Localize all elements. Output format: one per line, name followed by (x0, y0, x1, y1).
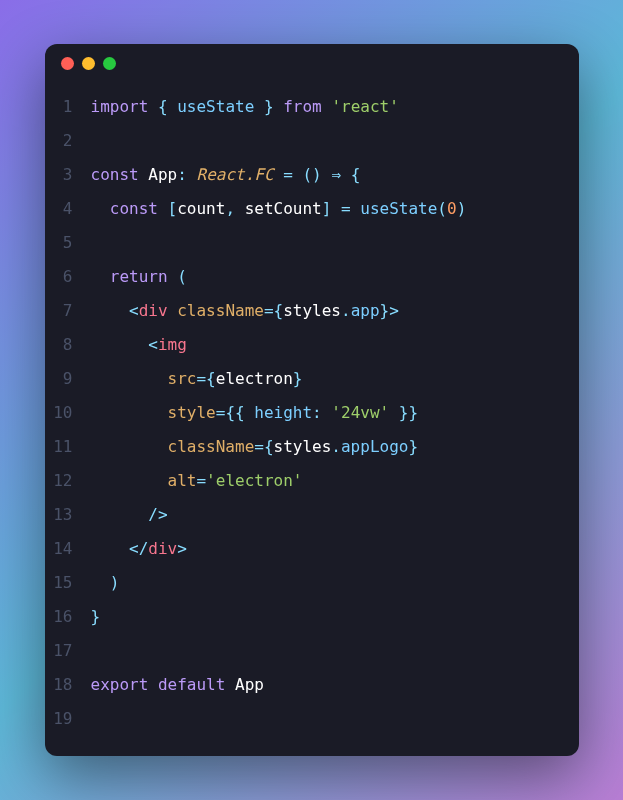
code-window: 1import { useState } from 'react'23const… (45, 44, 579, 756)
token: { (264, 437, 274, 456)
code-content[interactable]: ) (91, 566, 579, 600)
code-content[interactable]: import { useState } from 'react' (91, 90, 579, 124)
token (168, 301, 178, 320)
code-line[interactable]: 18export default App (45, 668, 579, 702)
token (91, 505, 149, 524)
code-content[interactable]: </div> (91, 532, 579, 566)
token: = (283, 165, 293, 184)
token (351, 199, 361, 218)
token (91, 573, 110, 592)
code-content[interactable]: return ( (91, 260, 579, 294)
token: ( (177, 267, 187, 286)
token (91, 199, 110, 218)
code-line[interactable]: 17 (45, 634, 579, 668)
code-content[interactable]: <img (91, 328, 579, 362)
line-number: 7 (45, 294, 91, 328)
code-line[interactable]: 7 <div className={styles.app}> (45, 294, 579, 328)
code-line[interactable]: 12 alt='electron' (45, 464, 579, 498)
line-number: 11 (45, 430, 91, 464)
line-number: 2 (45, 124, 91, 158)
code-content[interactable]: style={{ height: '24vw' }} (91, 396, 579, 430)
token (91, 369, 168, 388)
code-content[interactable]: const App: React.FC = () ⇒ { (91, 158, 579, 192)
token (148, 97, 158, 116)
token (341, 165, 351, 184)
code-content[interactable]: className={styles.appLogo} (91, 430, 579, 464)
code-line[interactable]: 8 <img (45, 328, 579, 362)
token (91, 539, 130, 558)
token: React.FC (197, 165, 274, 184)
token (274, 165, 284, 184)
code-editor[interactable]: 1import { useState } from 'react'23const… (45, 82, 579, 756)
code-line[interactable]: 6 return ( (45, 260, 579, 294)
token (331, 199, 341, 218)
token (168, 97, 178, 116)
code-content[interactable]: <div className={styles.app}> (91, 294, 579, 328)
token: </ (129, 539, 148, 558)
code-line[interactable]: 10 style={{ height: '24vw' }} (45, 396, 579, 430)
token: ⇒ (331, 165, 341, 184)
token: () (302, 165, 321, 184)
line-number: 9 (45, 362, 91, 396)
token (91, 267, 110, 286)
code-line[interactable]: 9 src={electron} (45, 362, 579, 396)
token: = (341, 199, 351, 218)
code-line[interactable]: 3const App: React.FC = () ⇒ { (45, 158, 579, 192)
token: from (283, 97, 322, 116)
code-line[interactable]: 2 (45, 124, 579, 158)
token: { (274, 301, 284, 320)
maximize-icon[interactable] (103, 57, 116, 70)
token: src (168, 369, 197, 388)
token (91, 335, 149, 354)
token: const (91, 165, 139, 184)
code-line[interactable]: 11 className={styles.appLogo} (45, 430, 579, 464)
token: alt (168, 471, 197, 490)
code-content[interactable]: /> (91, 498, 579, 532)
code-line[interactable]: 14 </div> (45, 532, 579, 566)
token: { (351, 165, 361, 184)
token (168, 267, 178, 286)
code-content[interactable]: const [count, setCount] = useState(0) (91, 192, 579, 226)
code-content[interactable]: export default App (91, 668, 579, 702)
code-line[interactable]: 4 const [count, setCount] = useState(0) (45, 192, 579, 226)
minimize-icon[interactable] (82, 57, 95, 70)
token: } (264, 97, 274, 116)
code-line[interactable]: 16} (45, 600, 579, 634)
code-line[interactable]: 5 (45, 226, 579, 260)
line-number: 8 (45, 328, 91, 362)
code-line[interactable]: 19 (45, 702, 579, 736)
token: . (331, 437, 341, 456)
token: app (351, 301, 380, 320)
token: 'react' (331, 97, 398, 116)
token: } (380, 301, 390, 320)
window-titlebar (45, 44, 579, 82)
token: div (139, 301, 168, 320)
token: ) (110, 573, 120, 592)
token: < (148, 335, 158, 354)
code-content[interactable]: src={electron} (91, 362, 579, 396)
line-number: 19 (45, 702, 91, 736)
token (139, 165, 149, 184)
line-number: 13 (45, 498, 91, 532)
token: > (177, 539, 187, 558)
token (235, 199, 245, 218)
token: export (91, 675, 149, 694)
token: ( (437, 199, 447, 218)
token: ] (322, 199, 332, 218)
token: const (110, 199, 158, 218)
code-line[interactable]: 13 /> (45, 498, 579, 532)
line-number: 15 (45, 566, 91, 600)
code-line[interactable]: 1import { useState } from 'react' (45, 90, 579, 124)
close-icon[interactable] (61, 57, 74, 70)
code-content[interactable]: } (91, 600, 579, 634)
token: return (110, 267, 168, 286)
token: useState (177, 97, 254, 116)
token: styles (274, 437, 332, 456)
token (225, 675, 235, 694)
code-line[interactable]: 15 ) (45, 566, 579, 600)
token: '24vw' (331, 403, 389, 422)
code-content[interactable]: alt='electron' (91, 464, 579, 498)
line-number: 5 (45, 226, 91, 260)
line-number: 17 (45, 634, 91, 668)
token (245, 403, 255, 422)
